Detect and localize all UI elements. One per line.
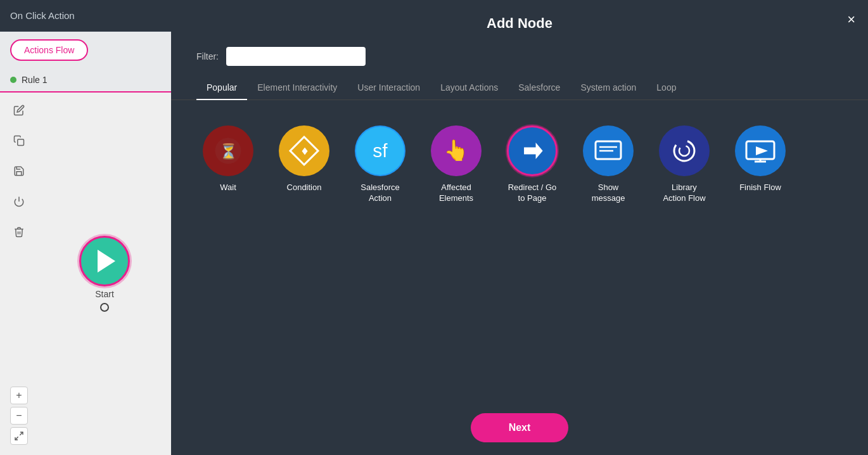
zoom-in-button[interactable]: +: [10, 387, 28, 404]
actions-flow-button[interactable]: Actions Flow: [10, 39, 88, 61]
tab-salesforce[interactable]: Salesforce: [508, 76, 570, 100]
tab-loop[interactable]: Loop: [646, 76, 686, 100]
svg-text:sf: sf: [373, 140, 388, 161]
filter-row: Filter:: [171, 42, 868, 76]
start-label: Start: [95, 289, 114, 299]
svg-point-18: [660, 127, 708, 175]
svg-text:⬧: ⬧: [300, 142, 309, 158]
trash-icon[interactable]: [9, 222, 29, 242]
finish-flow-label: Finish Flow: [739, 183, 781, 193]
tabs-row: Popular Element Interactivity User Inter…: [171, 76, 868, 100]
salesforce-icon: sf: [355, 125, 405, 176]
filter-label: Filter:: [196, 51, 219, 61]
start-ring: [100, 303, 109, 312]
node-library-action-flow[interactable]: LibraryAction Flow: [653, 125, 716, 204]
node-affected-elements[interactable]: 👆 AffectedElements: [424, 125, 488, 204]
affected-elements-label: AffectedElements: [439, 183, 473, 204]
fit-button[interactable]: [10, 427, 28, 445]
condition-label: Condition: [287, 183, 322, 193]
wait-icon: ⏳: [203, 125, 253, 176]
node-wait[interactable]: ⏳ Wait: [196, 125, 260, 193]
sidebar: Actions Flow Rule 1: [0, 32, 171, 455]
node-salesforce[interactable]: sf SalesforceAction: [348, 125, 412, 204]
tab-popular[interactable]: Popular: [196, 76, 247, 100]
redirect-icon: [507, 125, 558, 176]
next-button[interactable]: Next: [471, 413, 569, 442]
salesforce-label: SalesforceAction: [361, 183, 399, 204]
tab-layout-actions[interactable]: Layout Actions: [430, 76, 508, 100]
show-message-icon: [583, 125, 634, 176]
canvas-controls: + −: [10, 387, 28, 445]
node-show-message[interactable]: Showmessage: [577, 125, 640, 204]
modal-overlay: Add Node × Filter: Popular Element Inter…: [171, 0, 868, 455]
canvas-area: Start + −: [0, 93, 171, 455]
svg-line-2: [20, 432, 23, 435]
finish-flow-icon: [735, 125, 786, 176]
nodes-grid: ⏳ Wait ⬧ Condition: [171, 100, 868, 229]
show-message-label: Showmessage: [592, 183, 625, 204]
node-finish-flow[interactable]: Finish Flow: [729, 125, 792, 193]
modal-header: Add Node ×: [171, 0, 868, 42]
library-action-flow-icon: [659, 125, 710, 176]
next-button-wrap: Next: [171, 401, 868, 455]
svg-text:⏳: ⏳: [219, 143, 238, 160]
node-condition[interactable]: ⬧ Condition: [272, 125, 336, 193]
condition-icon: ⬧: [279, 125, 329, 176]
rule-label: Rule 1: [22, 75, 47, 85]
tab-system-action[interactable]: System action: [570, 76, 646, 100]
filter-input[interactable]: [226, 47, 366, 66]
svg-text:👆: 👆: [444, 138, 469, 162]
edit-icon[interactable]: [9, 100, 29, 120]
start-circle: [79, 236, 130, 286]
save-icon[interactable]: [9, 161, 29, 181]
power-icon[interactable]: [9, 191, 29, 212]
close-button[interactable]: ×: [847, 13, 855, 27]
page-title: On Click Action: [10, 10, 75, 21]
start-node[interactable]: Start: [79, 236, 130, 312]
library-action-flow-label: LibraryAction Flow: [663, 183, 705, 204]
node-redirect[interactable]: Redirect / Goto Page: [501, 125, 564, 204]
play-icon: [98, 250, 115, 272]
modal-title: Add Node: [487, 15, 552, 32]
copy-icon[interactable]: [9, 131, 29, 151]
rule-dot: [10, 77, 16, 83]
svg-rect-0: [18, 139, 24, 146]
tab-user-interaction[interactable]: User Interaction: [347, 76, 430, 100]
svg-line-3: [15, 437, 18, 440]
tab-element-interactivity[interactable]: Element Interactivity: [247, 76, 347, 100]
redirect-label: Redirect / Goto Page: [508, 183, 557, 204]
affected-elements-icon: 👆: [431, 125, 482, 176]
wait-label: Wait: [220, 183, 236, 193]
sidebar-header: Actions Flow: [0, 32, 171, 68]
add-node-modal: Add Node × Filter: Popular Element Inter…: [171, 0, 868, 455]
zoom-out-button[interactable]: −: [10, 407, 28, 425]
rule-tab[interactable]: Rule 1: [0, 68, 171, 93]
